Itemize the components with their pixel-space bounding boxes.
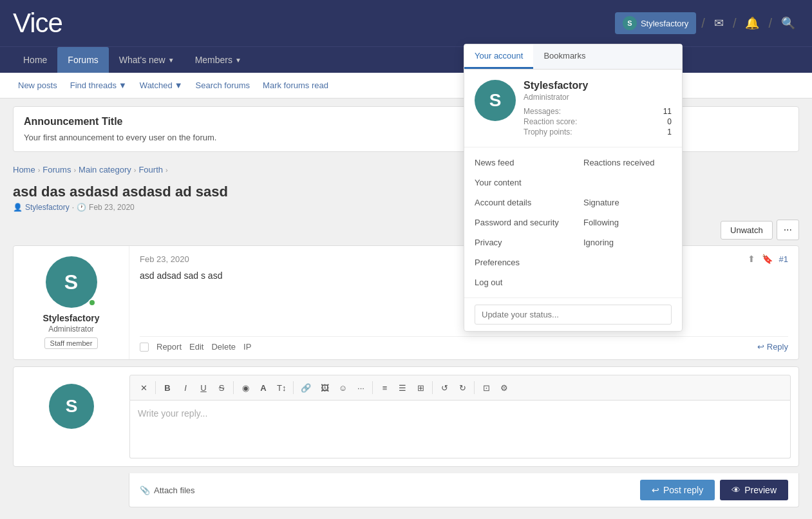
post-reply-button[interactable]: ↩ Post reply — [640, 480, 715, 500]
menu-signature[interactable]: Signature — [573, 193, 682, 212]
main-nav: Home Forums What's new ▼ Members ▼ — [0, 46, 812, 73]
preview-button[interactable]: 👁 Preview — [720, 480, 788, 500]
toolbar-undo-btn[interactable]: ↺ — [436, 379, 453, 396]
dropdown-menu-row-1: News feed Reactions received — [464, 153, 682, 173]
dropdown-tab-bookmarks[interactable]: Bookmarks — [533, 44, 596, 69]
site-header: Vice S Stylesfactory / ✉ / 🔔 / 🔍 — [0, 0, 812, 46]
breadcrumb-home[interactable]: Home — [13, 165, 35, 175]
toolbar-font-size-btn[interactable]: T↕ — [273, 379, 290, 396]
report-button[interactable]: Report — [156, 342, 182, 352]
toolbar-strikethrough-btn[interactable]: S — [213, 379, 230, 396]
toolbar-sep-1 — [155, 381, 156, 394]
attach-files-button[interactable]: 📎 Attach files — [140, 486, 195, 495]
toolbar-list-btn[interactable]: ☰ — [394, 379, 411, 396]
toolbar-redo-btn[interactable]: ↻ — [454, 379, 471, 396]
user-menu-button[interactable]: S Stylesfactory — [615, 12, 696, 34]
menu-news-feed[interactable]: News feed — [464, 153, 573, 173]
toolbar-sep-2 — [233, 381, 234, 394]
breadcrumb-fourth[interactable]: Fourth — [138, 165, 163, 175]
thread-dot-sep: · — [72, 203, 74, 212]
reply-editor-main: ✕ B I U S ◉ A T↕ 🔗 🖼 ☺ ··· ≡ ☰ ⊞ — [129, 367, 798, 466]
separator-2: / — [733, 16, 737, 31]
menu-account-details[interactable]: Account details — [464, 193, 573, 212]
toolbar-image-btn[interactable]: 🖼 — [316, 379, 333, 396]
nav-item-whatsnew[interactable]: What's new ▼ — [109, 47, 185, 73]
find-threads-chevron-icon: ▼ — [118, 80, 127, 90]
breadcrumb-main-category[interactable]: Main category — [79, 165, 131, 175]
breadcrumb-sep-2: › — [73, 166, 76, 174]
subnav-watched[interactable]: Watched ▼ — [135, 78, 188, 93]
dropdown-tab-account[interactable]: Your account — [464, 44, 533, 69]
toolbar-align-btn[interactable]: ≡ — [376, 379, 393, 396]
nav-item-home[interactable]: Home — [13, 47, 57, 73]
toolbar-color-fill-btn[interactable]: ◉ — [237, 379, 254, 396]
staff-badge: Staff member — [44, 337, 99, 349]
ip-button[interactable]: IP — [243, 342, 251, 352]
dropdown-menu-row-6: Preferences — [464, 252, 682, 272]
thread-date: Feb 23, 2020 — [89, 203, 135, 212]
nav-item-forums[interactable]: Forums — [57, 47, 108, 73]
site-logo: Vice — [13, 8, 62, 39]
dropdown-menu: News feed Reactions received Your conten… — [464, 147, 682, 297]
toolbar-font-color-btn[interactable]: A — [255, 379, 272, 396]
status-input[interactable] — [475, 305, 672, 325]
nav-item-members[interactable]: Members ▼ — [185, 47, 252, 73]
menu-privacy[interactable]: Privacy — [464, 232, 573, 252]
reply-button[interactable]: ↩ Reply — [757, 342, 788, 352]
toolbar-sep-4 — [372, 381, 373, 394]
menu-preferences[interactable]: Preferences — [464, 252, 682, 272]
toolbar-more-btn[interactable]: ··· — [352, 379, 369, 396]
post-select-checkbox[interactable] — [140, 343, 149, 352]
preview-eye-icon: 👁 — [732, 485, 741, 495]
members-chevron-icon: ▼ — [235, 57, 241, 64]
breadcrumb-forums[interactable]: Forums — [42, 165, 71, 175]
toolbar-table-btn[interactable]: ⊞ — [412, 379, 429, 396]
menu-following[interactable]: Following — [573, 212, 682, 232]
bell-icon[interactable]: 🔔 — [741, 16, 763, 30]
post-reply-icon: ↩ — [652, 485, 659, 495]
dropdown-role: Administrator — [524, 93, 672, 102]
subnav-find-threads[interactable]: Find threads ▼ — [65, 78, 132, 93]
dropdown-menu-row-3: Account details Signature — [464, 193, 682, 212]
toolbar-italic-btn[interactable]: I — [177, 379, 194, 396]
user-dropdown: Your account Bookmarks S Stylesfactory A… — [464, 44, 683, 332]
avatar: S — [46, 256, 97, 308]
editor-placeholder: Write your reply... — [138, 408, 207, 419]
menu-reactions-received[interactable]: Reactions received — [573, 153, 682, 173]
dropdown-menu-row-5: Privacy Ignoring — [464, 232, 682, 252]
dropdown-menu-row-2: Your content — [464, 173, 682, 193]
more-options-button[interactable]: ··· — [777, 220, 799, 240]
subnav-new-posts[interactable]: New posts — [13, 78, 62, 93]
toolbar-emoji-btn[interactable]: ☺ — [334, 379, 351, 396]
toolbar-insert-btn[interactable]: ⊡ — [478, 379, 495, 396]
thread-author[interactable]: Stylesfactory — [25, 203, 70, 212]
share-icon[interactable]: ⬆ — [748, 254, 755, 264]
toolbar-bold-btn[interactable]: B — [159, 379, 176, 396]
mail-icon[interactable]: ✉ — [710, 16, 728, 30]
toolbar-underline-btn[interactable]: U — [195, 379, 212, 396]
toolbar-sep-6 — [474, 381, 475, 394]
dropdown-tabs: Your account Bookmarks — [464, 44, 682, 70]
menu-password-security[interactable]: Password and security — [464, 212, 573, 232]
bookmark-icon[interactable]: 🔖 — [762, 254, 773, 264]
separator-3: / — [768, 16, 772, 31]
subnav-mark-read[interactable]: Mark forums read — [258, 78, 334, 93]
search-icon[interactable]: 🔍 — [777, 16, 799, 30]
post-username[interactable]: Stylesfactory — [43, 313, 100, 323]
delete-button[interactable]: Delete — [211, 342, 236, 352]
menu-your-content[interactable]: Your content — [464, 173, 682, 193]
header-right: S Stylesfactory / ✉ / 🔔 / 🔍 — [615, 12, 799, 34]
bottom-bar: 📎 Attach files ↩ Post reply 👁 Preview — [129, 473, 799, 507]
edit-button[interactable]: Edit — [189, 342, 203, 352]
post-number: #1 — [779, 254, 788, 264]
subnav-search-forums[interactable]: Search forums — [191, 78, 256, 93]
unwatch-button[interactable]: Unwatch — [721, 221, 773, 240]
editor-body[interactable]: Write your reply... — [129, 401, 791, 458]
menu-ignoring[interactable]: Ignoring — [573, 232, 682, 252]
menu-log-out[interactable]: Log out — [464, 272, 682, 292]
toolbar-clear-btn[interactable]: ✕ — [135, 379, 152, 396]
toolbar-settings-btn[interactable]: ⚙ — [496, 379, 513, 396]
editor-toolbar: ✕ B I U S ◉ A T↕ 🔗 🖼 ☺ ··· ≡ ☰ ⊞ — [129, 375, 791, 401]
dropdown-status — [464, 297, 682, 331]
toolbar-link-btn[interactable]: 🔗 — [297, 379, 315, 396]
